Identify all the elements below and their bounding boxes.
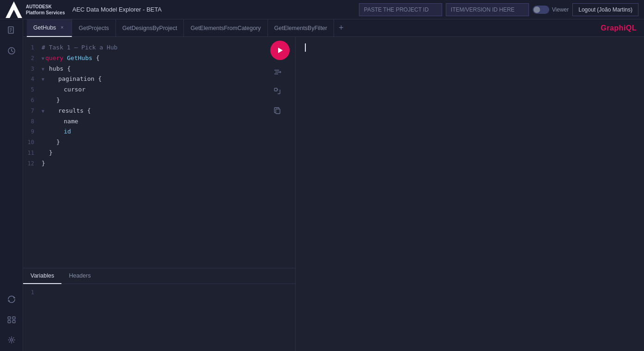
code-line: 1 # Task 1 – Pick a Hub [23,42,295,53]
code-line: 8 name [23,116,295,127]
tab-label: GetHubs [33,24,56,31]
content-area: GetHubs × GetProjects GetDesignsByProjec… [23,19,644,351]
svg-rect-7 [12,317,15,319]
tab-close-gethubs[interactable]: × [59,24,65,31]
autodesk-logo [6,1,22,18]
svg-point-10 [10,339,12,341]
main-layout: GetHubs × GetProjects GetDesignsByProjec… [0,19,644,351]
code-line: 2 ▼query GetHubs { [23,53,295,64]
code-line: 7 ▼results { [23,106,295,116]
code-editor[interactable]: 1 # Task 1 – Pick a Hub 2 ▼query GetHubs… [23,37,295,268]
logo-area: AUTODESK Platform Services [6,1,65,18]
tab-headers[interactable]: Headers [61,268,98,284]
logo-text: AUTODESK Platform Services [26,4,65,16]
tab-getdesignsbyproject[interactable]: GetDesignsByProject [116,19,184,37]
viewer-label: Viewer [552,6,569,13]
svg-marker-0 [6,1,22,18]
editor-toolbar [270,41,290,118]
tab-label: GetProjects [79,25,109,31]
tab-add-button[interactable]: + [334,19,348,37]
code-line: 11 } [23,148,295,158]
tab-getelementsfromcategory[interactable]: GetElementsFromCategory [184,19,267,37]
history-icon[interactable] [6,45,17,56]
sidebar [0,19,23,351]
merge-button[interactable] [270,84,285,99]
header-controls: Viewer Logout (João Martins) [359,3,638,16]
code-line: 10 } [23,137,295,148]
code-line: 1 [23,288,295,297]
svg-rect-6 [8,317,11,319]
cursor [305,43,306,52]
code-line: 4 ▼pagination { [23,74,295,85]
run-query-button[interactable] [270,41,290,60]
project-id-input[interactable] [359,3,442,16]
svg-marker-11 [278,48,283,53]
svg-rect-8 [8,321,11,323]
response-panel [296,37,644,351]
tabs-bar: GetHubs × GetProjects GetDesignsByProjec… [23,19,644,37]
tab-variables[interactable]: Variables [23,268,61,284]
app-title: AEC Data Model Explorer - BETA [73,6,359,13]
tab-getprojects[interactable]: GetProjects [72,19,115,37]
code-line: 9 id [23,127,295,137]
code-line: 5 cursor [23,85,295,95]
version-id-input[interactable] [446,3,529,16]
shortcut-icon[interactable] [6,314,17,325]
tab-label: GetDesignsByProject [122,25,177,31]
tab-label: GetElementsByFilter [274,25,328,31]
svg-rect-9 [12,321,15,323]
logout-button[interactable]: Logout (João Martins) [572,3,638,16]
tab-label: GetElementsFromCategory [190,25,261,31]
header: AUTODESK Platform Services AEC Data Mode… [0,0,644,19]
tab-gethubs[interactable]: GetHubs × [27,19,72,37]
viewer-toggle-switch[interactable] [533,6,549,14]
code-line: 3 ▼hubs { [23,64,295,74]
code-line: 6 } [23,95,295,106]
copy-button[interactable] [270,103,285,118]
panel-tabs: Variables Headers [23,268,295,284]
docs-icon[interactable] [6,25,17,36]
sidebar-bottom [6,294,17,345]
refresh-icon[interactable] [6,294,17,305]
variables-panel: Variables Headers 1 [23,268,295,351]
prettify-button[interactable] [270,65,285,79]
tab-getelemenetsbyfilter[interactable]: GetElementsByFilter [268,19,334,37]
graphiql-label: GraphiQL [601,24,640,32]
editor-section: 1 # Task 1 – Pick a Hub 2 ▼query GetHubs… [23,37,644,351]
code-line: 12 } [23,158,295,169]
toggle-knob [534,6,540,13]
viewer-toggle: Viewer [533,6,569,14]
query-panel: 1 # Task 1 – Pick a Hub 2 ▼query GetHubs… [23,37,296,351]
settings-icon[interactable] [6,334,17,345]
svg-rect-19 [276,109,280,114]
variables-content[interactable]: 1 [23,284,295,351]
svg-rect-15 [274,88,277,91]
